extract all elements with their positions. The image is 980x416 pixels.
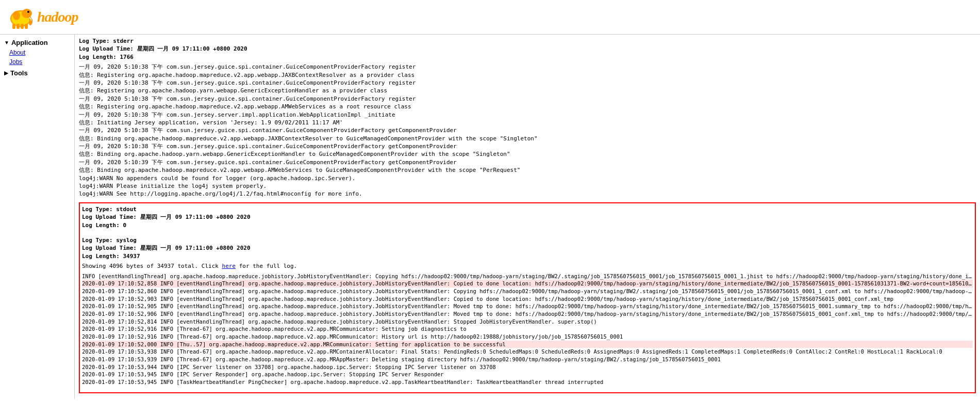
log-line: INFO [eventHandlingThread] org.apache.ha…: [82, 273, 973, 280]
log-line: log4j:WARN See http://logging.apache.org…: [79, 190, 976, 198]
svg-point-4: [27, 11, 29, 13]
log-line: 2020-01-09 17:10:52,814 INFO [eventHandl…: [82, 318, 973, 326]
showing-prefix: Showing 4096 bytes of 34937 total. Click: [82, 263, 222, 269]
log-line: 信息: Binding org.apache.hadoop.mapreduce.…: [79, 166, 976, 174]
log-line: 信息: Binding org.apache.hadoop.mapreduce.…: [79, 135, 976, 142]
log-lines-stderr: 一月 09, 2020 5:10:38 下午 com.sun.jersey.gu…: [79, 63, 976, 198]
log-line: 2020-01-09 17:10:53,945 INFO [IPC Server…: [82, 371, 973, 378]
log-line: 2020-01-09 17:10:52,903 INFO [eventHandl…: [82, 295, 973, 303]
application-section: ▼ Application About Jobs: [0, 37, 74, 67]
svg-rect-5: [12, 24, 15, 29]
application-arrow-icon: ▼: [4, 40, 9, 45]
svg-rect-6: [16, 24, 20, 29]
log-line: 2020-01-09 17:10:53,944 INFO [IPC Server…: [82, 363, 973, 371]
full-log-link[interactable]: here: [222, 263, 236, 269]
log-line: 一月 09, 2020 5:10:38 下午 com.sun.jersey.gu…: [79, 95, 976, 103]
log-line: 一月 09, 2020 5:10:38 下午 com.sun.jersey.gu…: [79, 79, 976, 87]
log-line: 2020-01-09 17:10:52,906 INFO [eventHandl…: [82, 310, 973, 318]
tools-section: ▶ Tools: [0, 68, 74, 78]
log-lines-syslog: INFO [eventHandlingThread] org.apache.ha…: [82, 273, 973, 386]
tools-arrow-icon: ▶: [4, 70, 8, 76]
log-block-stderr: Log Type: stderr Log Upload Time: 星期四 一月…: [79, 37, 976, 198]
log-line: 2020-01-09 17:10:52,860 INFO [eventHandl…: [82, 287, 973, 295]
log-length-syslog: Log Length: 34937: [82, 252, 973, 260]
log-line: 2020-01-09 17:10:52,000 INFO [Thu..57] o…: [82, 341, 973, 348]
hadoop-logo-icon: [5, 4, 36, 30]
log-line: 2020-01-09 17:10:53,939 INFO [Thread-67]…: [82, 356, 973, 363]
svg-point-3: [13, 11, 20, 20]
logo-area: hadoop: [5, 4, 78, 30]
about-link[interactable]: About: [0, 48, 74, 57]
content-area: Log Type: stderr Log Upload Time: 星期四 一月…: [75, 35, 980, 399]
log-line: 2020-01-09 17:10:52,916 INFO [Thread-67]…: [82, 333, 973, 341]
log-block-stdout: Log Type: stdout Log Upload Time: 星期四 一月…: [82, 205, 973, 229]
highlighted-log-section: Log Type: stdout Log Upload Time: 星期四 一月…: [79, 202, 976, 393]
log-line: 一月 09, 2020 5:10:38 下午 com.sun.jersey.gu…: [79, 63, 976, 71]
showing-suffix: for the full log.: [236, 263, 297, 269]
application-label: Application: [11, 39, 48, 46]
tools-label: Tools: [10, 69, 28, 77]
main-layout: ▼ Application About Jobs ▶ Tools Log Typ…: [0, 35, 980, 399]
log-upload-stdout: Log Upload Time: 星期四 一月 09 17:11:00 +080…: [82, 213, 973, 221]
log-type-stderr: Log Type: stderr: [79, 37, 976, 45]
log-line: 信息: Registering org.apache.hadoop.mapred…: [79, 71, 976, 79]
tools-section-header[interactable]: ▶ Tools: [0, 68, 74, 78]
log-line: 2020-01-09 17:10:52,858 INFO [eventHandl…: [82, 280, 973, 287]
log-line: 一月 09, 2020 5:10:38 下午 com.sun.jersey.gu…: [79, 142, 976, 150]
jobs-link[interactable]: Jobs: [0, 57, 74, 67]
log-showing-info: Showing 4096 bytes of 34937 total. Click…: [82, 262, 973, 270]
log-line: log4j:WARN No appenders could be found f…: [79, 174, 976, 182]
hadoop-logo-text: hadoop: [37, 9, 78, 25]
log-upload-stderr: Log Upload Time: 星期四 一月 09 17:11:00 +080…: [79, 45, 976, 53]
log-upload-syslog: Log Upload Time: 星期四 一月 09 17:11:00 +080…: [82, 244, 973, 252]
log-line: 2020-01-09 17:10:53,945 INFO [TaskHeartb…: [82, 378, 973, 386]
log-line: 2020-01-09 17:10:52,905 INFO [eventHandl…: [82, 302, 973, 310]
application-section-header[interactable]: ▼ Application: [0, 37, 74, 48]
log-line: 一月 09, 2020 5:10:39 下午 com.sun.jersey.gu…: [79, 158, 976, 166]
log-line: log4j:WARN Please initialize the log4j s…: [79, 182, 976, 190]
log-line: 信息: Binding org.apache.hadoop.yarn.webap…: [79, 150, 976, 158]
log-block-syslog: Log Type: syslog Log Upload Time: 星期四 一月…: [82, 236, 973, 386]
log-type-stdout: Log Type: stdout: [82, 205, 973, 213]
log-length-stdout: Log Length: 0: [82, 221, 973, 229]
log-line: 信息: Registering org.apache.hadoop.mapred…: [79, 103, 976, 110]
log-line: 2020-01-09 17:10:53,938 INFO [Thread-67]…: [82, 348, 973, 356]
svg-rect-7: [21, 24, 24, 29]
log-type-syslog: Log Type: syslog: [82, 236, 973, 244]
log-line: 一月 09, 2020 5:10:38 下午 com.sun.jersey.gu…: [79, 126, 976, 134]
log-line: 信息: Registering org.apache.hadoop.yarn.w…: [79, 87, 976, 94]
svg-rect-8: [25, 24, 28, 29]
log-line: 2020-01-09 17:10:52,916 INFO [Thread-67]…: [82, 325, 973, 333]
svg-point-2: [22, 9, 32, 18]
header: hadoop: [0, 0, 980, 35]
log-line: 一月 09, 2020 5:10:38 下午 com.sun.jersey.se…: [79, 111, 976, 119]
sidebar: ▼ Application About Jobs ▶ Tools: [0, 35, 75, 399]
log-length-stderr: Log Length: 1766: [79, 53, 976, 61]
log-line: 信息: Initiating Jersey application, versi…: [79, 119, 976, 126]
